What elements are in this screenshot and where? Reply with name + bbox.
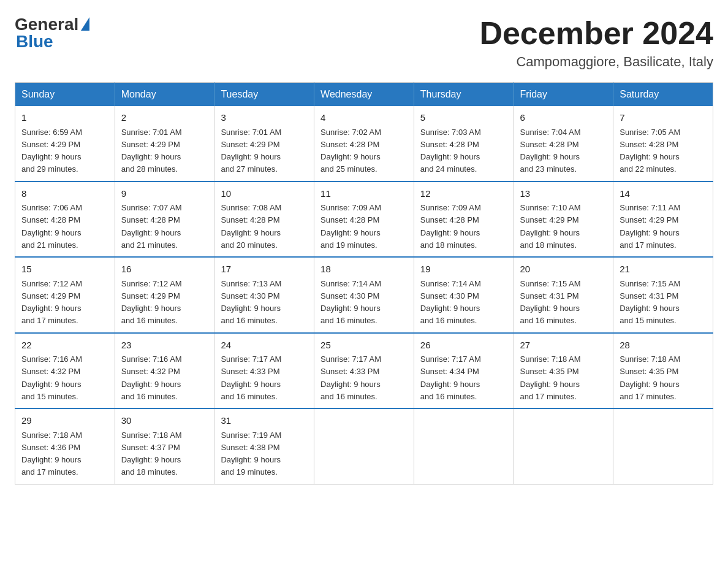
calendar-cell: 2Sunrise: 7:01 AMSunset: 4:29 PMDaylight… bbox=[115, 106, 214, 182]
day-info: Sunrise: 7:15 AMSunset: 4:31 PMDaylight:… bbox=[520, 279, 581, 326]
day-info: Sunrise: 7:14 AMSunset: 4:30 PMDaylight:… bbox=[420, 279, 481, 326]
calendar-cell: 28Sunrise: 7:18 AMSunset: 4:35 PMDayligh… bbox=[613, 333, 713, 409]
calendar-cell: 6Sunrise: 7:04 AMSunset: 4:28 PMDaylight… bbox=[514, 106, 613, 182]
day-number: 22 bbox=[21, 339, 108, 353]
calendar-cell: 30Sunrise: 7:18 AMSunset: 4:37 PMDayligh… bbox=[115, 408, 214, 484]
calendar-cell: 7Sunrise: 7:05 AMSunset: 4:28 PMDaylight… bbox=[613, 106, 713, 182]
day-info: Sunrise: 7:13 AMSunset: 4:30 PMDaylight:… bbox=[221, 279, 281, 326]
calendar-cell: 17Sunrise: 7:13 AMSunset: 4:30 PMDayligh… bbox=[214, 257, 314, 333]
day-number: 14 bbox=[620, 187, 707, 201]
calendar-cell: 10Sunrise: 7:08 AMSunset: 4:28 PMDayligh… bbox=[214, 182, 314, 258]
calendar-cell: 1Sunrise: 6:59 AMSunset: 4:29 PMDaylight… bbox=[15, 106, 115, 182]
calendar-cell: 20Sunrise: 7:15 AMSunset: 4:31 PMDayligh… bbox=[514, 257, 613, 333]
day-info: Sunrise: 7:03 AMSunset: 4:28 PMDaylight:… bbox=[420, 128, 481, 174]
week-row-3: 15Sunrise: 7:12 AMSunset: 4:29 PMDayligh… bbox=[15, 257, 713, 333]
day-header-friday: Friday bbox=[514, 83, 613, 107]
day-number: 4 bbox=[320, 111, 408, 125]
day-info: Sunrise: 7:02 AMSunset: 4:28 PMDaylight:… bbox=[320, 128, 381, 174]
title-area: December 2024 Campomaggiore, Basilicate,… bbox=[479, 15, 713, 70]
week-row-4: 22Sunrise: 7:16 AMSunset: 4:32 PMDayligh… bbox=[15, 333, 713, 409]
calendar-cell: 4Sunrise: 7:02 AMSunset: 4:28 PMDaylight… bbox=[314, 106, 414, 182]
day-number: 1 bbox=[21, 111, 108, 125]
calendar-cell: 5Sunrise: 7:03 AMSunset: 4:28 PMDaylight… bbox=[414, 106, 514, 182]
day-info: Sunrise: 7:18 AMSunset: 4:36 PMDaylight:… bbox=[21, 431, 82, 477]
day-info: Sunrise: 7:19 AMSunset: 4:38 PMDaylight:… bbox=[221, 431, 281, 477]
week-row-5: 29Sunrise: 7:18 AMSunset: 4:36 PMDayligh… bbox=[15, 408, 713, 484]
day-header-wednesday: Wednesday bbox=[314, 83, 414, 107]
day-number: 15 bbox=[21, 262, 108, 277]
calendar-cell: 25Sunrise: 7:17 AMSunset: 4:33 PMDayligh… bbox=[314, 333, 414, 409]
calendar-cell: 8Sunrise: 7:06 AMSunset: 4:28 PMDaylight… bbox=[15, 182, 115, 258]
day-info: Sunrise: 7:06 AMSunset: 4:28 PMDaylight:… bbox=[21, 203, 82, 250]
day-info: Sunrise: 7:16 AMSunset: 4:32 PMDaylight:… bbox=[121, 354, 182, 401]
logo-triangle-icon bbox=[81, 17, 89, 31]
day-number: 7 bbox=[620, 111, 707, 125]
day-number: 10 bbox=[221, 187, 308, 201]
day-info: Sunrise: 7:16 AMSunset: 4:32 PMDaylight:… bbox=[21, 354, 82, 401]
calendar-cell: 27Sunrise: 7:18 AMSunset: 4:35 PMDayligh… bbox=[514, 333, 613, 409]
day-number: 23 bbox=[121, 339, 208, 353]
calendar-cell: 21Sunrise: 7:15 AMSunset: 4:31 PMDayligh… bbox=[613, 257, 713, 333]
logo: General Blue bbox=[15, 15, 89, 52]
day-info: Sunrise: 7:08 AMSunset: 4:28 PMDaylight:… bbox=[221, 203, 281, 250]
week-row-2: 8Sunrise: 7:06 AMSunset: 4:28 PMDaylight… bbox=[15, 182, 713, 258]
day-info: Sunrise: 6:59 AMSunset: 4:29 PMDaylight:… bbox=[21, 128, 82, 174]
calendar-cell: 15Sunrise: 7:12 AMSunset: 4:29 PMDayligh… bbox=[15, 257, 115, 333]
day-header-monday: Monday bbox=[115, 83, 214, 107]
day-number: 25 bbox=[320, 339, 408, 353]
day-number: 13 bbox=[520, 187, 607, 201]
week-row-1: 1Sunrise: 6:59 AMSunset: 4:29 PMDaylight… bbox=[15, 106, 713, 182]
day-number: 31 bbox=[221, 414, 308, 428]
calendar-cell: 11Sunrise: 7:09 AMSunset: 4:28 PMDayligh… bbox=[314, 182, 414, 258]
day-header-saturday: Saturday bbox=[613, 83, 713, 107]
calendar-cell: 24Sunrise: 7:17 AMSunset: 4:33 PMDayligh… bbox=[214, 333, 314, 409]
day-info: Sunrise: 7:11 AMSunset: 4:29 PMDaylight:… bbox=[620, 203, 680, 250]
day-info: Sunrise: 7:17 AMSunset: 4:33 PMDaylight:… bbox=[320, 354, 381, 401]
calendar-cell: 9Sunrise: 7:07 AMSunset: 4:28 PMDaylight… bbox=[115, 182, 214, 258]
day-number: 11 bbox=[320, 187, 408, 201]
day-info: Sunrise: 7:18 AMSunset: 4:35 PMDaylight:… bbox=[620, 354, 680, 401]
day-header-thursday: Thursday bbox=[414, 83, 514, 107]
calendar-cell: 16Sunrise: 7:12 AMSunset: 4:29 PMDayligh… bbox=[115, 257, 214, 333]
day-header-sunday: Sunday bbox=[15, 83, 115, 107]
day-info: Sunrise: 7:10 AMSunset: 4:29 PMDaylight:… bbox=[520, 203, 581, 250]
day-info: Sunrise: 7:14 AMSunset: 4:30 PMDaylight:… bbox=[320, 279, 381, 326]
day-info: Sunrise: 7:12 AMSunset: 4:29 PMDaylight:… bbox=[121, 279, 182, 326]
day-number: 2 bbox=[121, 111, 208, 125]
calendar-cell: 19Sunrise: 7:14 AMSunset: 4:30 PMDayligh… bbox=[414, 257, 514, 333]
day-number: 17 bbox=[221, 262, 308, 277]
header: General Blue December 2024 Campomaggiore… bbox=[15, 15, 713, 70]
day-number: 24 bbox=[221, 339, 308, 353]
day-info: Sunrise: 7:09 AMSunset: 4:28 PMDaylight:… bbox=[420, 203, 481, 250]
day-number: 12 bbox=[420, 187, 507, 201]
calendar-cell bbox=[613, 408, 713, 484]
calendar-cell bbox=[414, 408, 514, 484]
day-info: Sunrise: 7:18 AMSunset: 4:35 PMDaylight:… bbox=[520, 354, 581, 401]
day-info: Sunrise: 7:17 AMSunset: 4:34 PMDaylight:… bbox=[420, 354, 481, 401]
calendar-cell: 13Sunrise: 7:10 AMSunset: 4:29 PMDayligh… bbox=[514, 182, 613, 258]
day-number: 8 bbox=[21, 187, 108, 201]
calendar-cell bbox=[314, 408, 414, 484]
day-number: 30 bbox=[121, 414, 208, 428]
day-info: Sunrise: 7:12 AMSunset: 4:29 PMDaylight:… bbox=[21, 279, 82, 326]
location-subtitle: Campomaggiore, Basilicate, Italy bbox=[479, 54, 713, 70]
calendar-cell: 22Sunrise: 7:16 AMSunset: 4:32 PMDayligh… bbox=[15, 333, 115, 409]
day-number: 6 bbox=[520, 111, 607, 125]
calendar-cell: 23Sunrise: 7:16 AMSunset: 4:32 PMDayligh… bbox=[115, 333, 214, 409]
calendar-cell: 12Sunrise: 7:09 AMSunset: 4:28 PMDayligh… bbox=[414, 182, 514, 258]
logo-blue-text: Blue bbox=[16, 32, 53, 52]
calendar-cell bbox=[514, 408, 613, 484]
calendar-table: SundayMondayTuesdayWednesdayThursdayFrid… bbox=[15, 82, 713, 484]
day-number: 5 bbox=[420, 111, 507, 125]
day-info: Sunrise: 7:15 AMSunset: 4:31 PMDaylight:… bbox=[620, 279, 680, 326]
day-info: Sunrise: 7:05 AMSunset: 4:28 PMDaylight:… bbox=[620, 128, 680, 174]
day-number: 9 bbox=[121, 187, 208, 201]
day-header-tuesday: Tuesday bbox=[214, 83, 314, 107]
day-number: 29 bbox=[21, 414, 108, 428]
day-info: Sunrise: 7:04 AMSunset: 4:28 PMDaylight:… bbox=[520, 128, 581, 174]
calendar-cell: 26Sunrise: 7:17 AMSunset: 4:34 PMDayligh… bbox=[414, 333, 514, 409]
day-number: 16 bbox=[121, 262, 208, 277]
day-info: Sunrise: 7:09 AMSunset: 4:28 PMDaylight:… bbox=[320, 203, 381, 250]
day-info: Sunrise: 7:07 AMSunset: 4:28 PMDaylight:… bbox=[121, 203, 182, 250]
calendar-cell: 29Sunrise: 7:18 AMSunset: 4:36 PMDayligh… bbox=[15, 408, 115, 484]
